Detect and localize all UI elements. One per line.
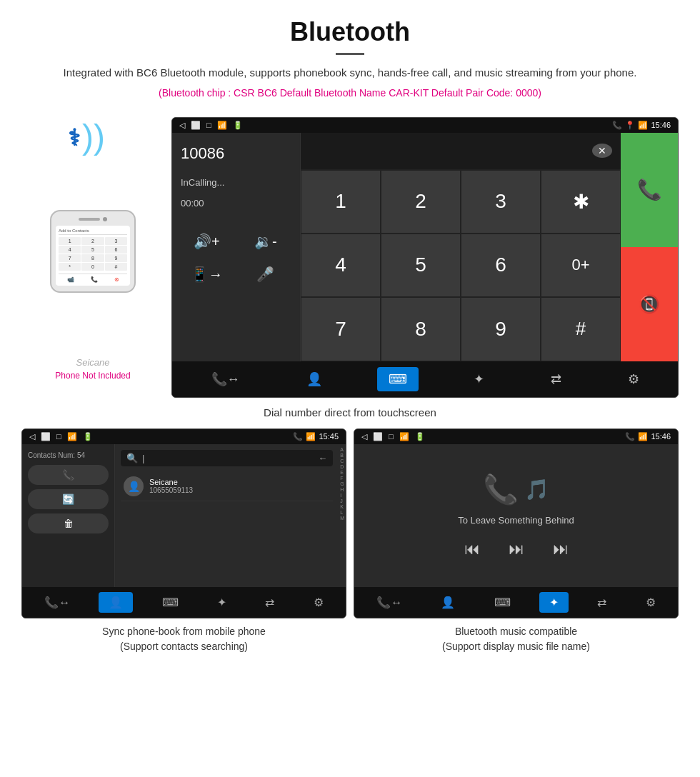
oval-icon: ⬜ bbox=[191, 121, 201, 130]
wifi-waves-icon: )) bbox=[82, 117, 105, 156]
music-controls: ⏮ ⏭ ⏭ bbox=[464, 540, 569, 558]
dial-6[interactable]: 6 bbox=[461, 234, 541, 297]
square-icon: □ bbox=[206, 121, 211, 129]
music-play-pause-btn[interactable]: ⏭ bbox=[509, 540, 524, 558]
contacts-nav-bluetooth-btn[interactable]: ✦ bbox=[207, 592, 236, 613]
nav-transfer-btn[interactable]: ⇄ bbox=[539, 367, 573, 391]
nav-contacts-btn[interactable]: 👤 bbox=[295, 367, 334, 391]
music-next-btn[interactable]: ⏭ bbox=[553, 540, 569, 558]
volume-down-icon[interactable]: 🔉- bbox=[240, 229, 292, 254]
dial-7[interactable]: 7 bbox=[301, 297, 381, 361]
contacts-status-bar: ◁ ⬜ □ 📶 🔋 📞 📶 15:45 bbox=[22, 429, 346, 444]
delete-button[interactable]: ✕ bbox=[592, 144, 612, 158]
contacts-nav-phone-btn[interactable]: 📞↔ bbox=[34, 592, 80, 613]
contacts-nav-settings-btn[interactable]: ⚙ bbox=[304, 592, 334, 613]
contacts-count: Contacts Num: 54 bbox=[28, 451, 109, 459]
phone-mockup-top bbox=[56, 217, 130, 221]
call-contact-btn[interactable]: 📞 bbox=[28, 465, 109, 485]
phone-end-icon: ⊗ bbox=[114, 276, 119, 283]
bluetooth-icon-area: )) ⚕ bbox=[46, 117, 139, 174]
phone-speaker bbox=[79, 218, 100, 221]
dial-key-2: 2 bbox=[81, 237, 104, 245]
music-nav-contacts-btn[interactable]: 👤 bbox=[431, 592, 465, 613]
music-square-icon: □ bbox=[389, 432, 394, 441]
contact-avatar: 👤 bbox=[124, 476, 144, 496]
contacts-nav-contacts-btn[interactable]: 👤 bbox=[99, 592, 133, 613]
dial-3[interactable]: 3 bbox=[461, 170, 541, 234]
delete-contact-btn[interactable]: 🗑 bbox=[28, 513, 109, 533]
dial-4[interactable]: 4 bbox=[301, 234, 381, 297]
dial-1[interactable]: 1 bbox=[301, 170, 381, 234]
dial-8[interactable]: 8 bbox=[381, 297, 461, 361]
contacts-search-bar[interactable]: 🔍 | ← bbox=[121, 450, 333, 466]
end-call-button[interactable]: 📵 bbox=[621, 247, 678, 361]
seicane-watermark: Seicane bbox=[76, 357, 110, 368]
sync-contacts-btn[interactable]: 🔄 bbox=[28, 489, 109, 509]
dial-2[interactable]: 2 bbox=[381, 170, 461, 234]
nav-settings-btn[interactable]: ⚙ bbox=[616, 367, 651, 391]
page-description: Integrated with BC6 Bluetooth module, su… bbox=[29, 65, 671, 81]
mic-icon[interactable]: 🎤 bbox=[240, 261, 292, 287]
search-cursor: | bbox=[142, 453, 144, 463]
nav-bluetooth-btn[interactable]: ✦ bbox=[462, 367, 496, 391]
dial-hash[interactable]: # bbox=[541, 297, 621, 361]
music-nav-phone-btn[interactable]: 📞↔ bbox=[366, 592, 412, 613]
contacts-left-panel: Contacts Num: 54 📞 🔄 🗑 bbox=[22, 444, 115, 587]
dial-9[interactable]: 9 bbox=[461, 297, 541, 361]
phone-video-icon: 📹 bbox=[67, 276, 74, 283]
contacts-back-icon: ◁ bbox=[29, 432, 35, 441]
car-main-content: 10086 InCalling... 00:00 🔊+ 🔉- 📱→ 🎤 ✕ bbox=[172, 133, 678, 361]
music-note-icon: 🎵 bbox=[524, 478, 549, 501]
dial-star[interactable]: ✱ bbox=[541, 170, 621, 234]
music-oval-icon: ⬜ bbox=[373, 432, 383, 441]
music-nav-transfer-btn[interactable]: ⇄ bbox=[587, 592, 616, 613]
contacts-wifi-icon: 📶 bbox=[306, 432, 316, 441]
music-song-title: To Leave Something Behind bbox=[458, 515, 574, 526]
phone-screen: Add to Contacts 1 2 3 4 5 6 7 8 9 * 0 # bbox=[56, 226, 130, 286]
music-back-icon: ◁ bbox=[361, 432, 367, 441]
dial-key-star: * bbox=[59, 263, 81, 271]
phone-bottom-bar: 📹 📞 ⊗ bbox=[59, 274, 127, 283]
search-icon: 🔍 bbox=[126, 453, 138, 463]
music-phone-icon: 📞 bbox=[625, 432, 635, 441]
music-status-left: ◁ ⬜ □ 📶 🔋 bbox=[361, 432, 425, 441]
music-nav-dialpad-btn[interactable]: ⌨ bbox=[484, 592, 521, 613]
alphabet-bar: A B C D E F G H I J K L M bbox=[339, 444, 346, 587]
music-prev-btn[interactable]: ⏮ bbox=[464, 540, 480, 558]
dial-key-3: 3 bbox=[105, 237, 127, 245]
phone-mockup-area: )) ⚕ Add to Contacts 1 2 3 4 5 6 7 bbox=[21, 117, 164, 381]
music-nav-bluetooth-btn[interactable]: ✦ bbox=[539, 592, 569, 613]
status-right: 📞 📍 📶 15:46 bbox=[612, 121, 671, 130]
add-contacts-label: Add to Contacts bbox=[59, 229, 89, 233]
contacts-phone-icon: 📞 bbox=[293, 432, 303, 441]
call-button[interactable]: 📞 bbox=[621, 133, 678, 247]
contact-phone: 10655059113 bbox=[149, 486, 193, 494]
contacts-caption-text: Sync phone-book from mobile phone(Suppor… bbox=[102, 626, 266, 652]
volume-up-icon[interactable]: 🔊+ bbox=[181, 229, 233, 254]
contact-details: Seicane 10655059113 bbox=[149, 478, 193, 494]
contact-list-item[interactable]: 👤 Seicane 10655059113 bbox=[121, 472, 333, 501]
contacts-nav-transfer-btn[interactable]: ⇄ bbox=[255, 592, 284, 613]
car-bottom-nav: 📞↔ 👤 ⌨ ✦ ⇄ ⚙ bbox=[172, 361, 678, 397]
nav-phone-transfer-btn[interactable]: 📞↔ bbox=[200, 367, 251, 391]
main-caption: Dial number direct from touchscreen bbox=[0, 402, 700, 428]
nav-dialpad-btn[interactable]: ⌨ bbox=[377, 367, 419, 391]
phone-screen-header: Add to Contacts bbox=[59, 229, 127, 235]
music-caption: Bluetooth music compatible(Support displ… bbox=[354, 618, 679, 660]
transfer-call-icon[interactable]: 📱→ bbox=[181, 261, 233, 287]
contacts-nav-dialpad-btn[interactable]: ⌨ bbox=[152, 592, 189, 613]
dial-0plus[interactable]: 0+ bbox=[541, 234, 621, 297]
car-number-display: 10086 bbox=[181, 144, 291, 163]
dial-key-6: 6 bbox=[105, 246, 127, 254]
phone-mockup: Add to Contacts 1 2 3 4 5 6 7 8 9 * 0 # bbox=[50, 210, 136, 293]
contacts-screen: ◁ ⬜ □ 📶 🔋 📞 📶 15:45 Contacts Num: 54 📞 bbox=[21, 428, 346, 618]
dial-5[interactable]: 5 bbox=[381, 234, 461, 297]
search-back-icon: ← bbox=[318, 453, 327, 463]
status-left: ◁ ⬜ □ 📶 🔋 bbox=[179, 121, 243, 130]
music-main: 📞 🎵 To Leave Something Behind ⏮ ⏭ ⏭ bbox=[354, 444, 678, 587]
car-calling-status: InCalling... bbox=[181, 177, 291, 188]
music-nav-settings-btn[interactable]: ⚙ bbox=[636, 592, 666, 613]
bluetooth-symbol-icon: ⚕ bbox=[68, 124, 80, 151]
contacts-signal-icon: 📶 bbox=[67, 432, 77, 441]
dial-key-hash: # bbox=[105, 263, 127, 271]
